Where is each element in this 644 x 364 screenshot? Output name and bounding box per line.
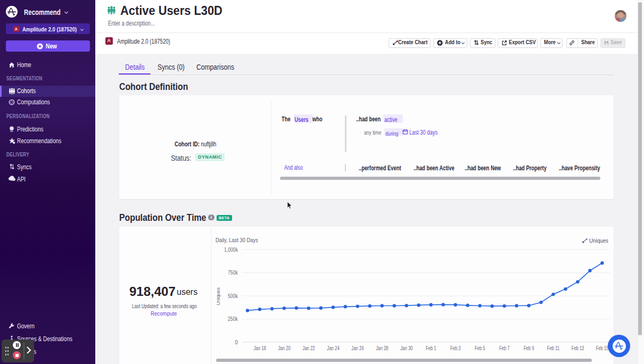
svg-text:Jan 24: Jan 24 <box>327 345 340 351</box>
svg-text:Feb 9: Feb 9 <box>524 345 534 351</box>
svg-text:Jan 28: Jan 28 <box>376 345 389 351</box>
svg-text:Feb 7: Feb 7 <box>499 345 510 351</box>
svg-text:750k: 750k <box>228 270 238 276</box>
svg-text:0: 0 <box>235 340 238 345</box>
svg-text:500k: 500k <box>228 293 238 299</box>
svg-text:Feb 13: Feb 13 <box>572 345 584 351</box>
svg-text:250k: 250k <box>228 316 238 322</box>
svg-text:Feb 1: Feb 1 <box>426 345 436 351</box>
svg-text:1,000k: 1,000k <box>224 247 238 253</box>
svg-text:Feb 15: Feb 15 <box>596 345 609 351</box>
svg-text:Uniques: Uniques <box>215 287 221 305</box>
svg-text:Jan 18: Jan 18 <box>253 345 266 351</box>
svg-text:Feb 3: Feb 3 <box>450 345 461 351</box>
svg-text:Feb 11: Feb 11 <box>547 345 560 351</box>
svg-text:Jan 30: Jan 30 <box>400 345 413 351</box>
svg-text:Jan 22: Jan 22 <box>302 345 315 351</box>
svg-text:Feb 5: Feb 5 <box>475 345 485 351</box>
svg-text:Jan 20: Jan 20 <box>278 345 291 351</box>
svg-text:Jan 26: Jan 26 <box>351 345 364 351</box>
